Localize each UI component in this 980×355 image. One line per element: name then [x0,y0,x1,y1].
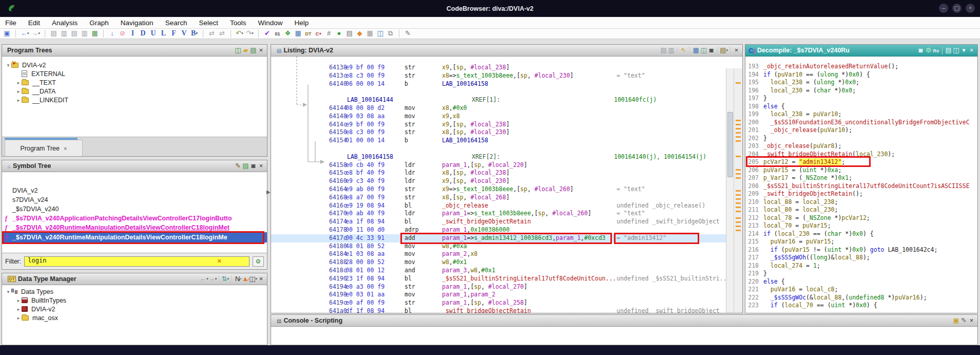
listing-row[interactable]: 6414006 00 00 14bLAB_100164158 [271,80,734,88]
search-result-marker[interactable] [736,120,741,121]
decompile-line[interactable]: 217 _$sSSSgWOh((long)&local_88); [745,254,977,262]
fields-icon[interactable]: ▦ [692,46,700,55]
search-result-marker[interactable] [736,207,741,208]
decompile-line[interactable]: 198else { [745,103,977,111]
listing-row[interactable]: 64158e0 cb 40 f9ldrparam_1,[sp, #local_2… [271,161,734,170]
letter-i-icon[interactable]: I [129,29,137,38]
listing-row[interactable]: 64198e0 03 01 aamovparam_1,param_2 [271,291,734,299]
diamond-icon[interactable]: ◆ [356,29,363,38]
program-tree-item-dvia-v2[interactable]: ▾DVIA-v2 [2,61,267,69]
split-window-icon[interactable]: ◫ [376,29,384,38]
console-content[interactable] [271,327,977,345]
grid-icon[interactable]: ▦ [366,29,374,38]
panel-icon[interactable]: ◫▾ [249,275,257,284]
decompile-line[interactable]: 199 local_238 = puVar10; [745,110,977,119]
decompile-line[interactable]: 201 _objc_release(puVar10); [745,126,977,135]
decompile-line[interactable]: 221 puVar16 = local_c8; [745,286,977,294]
paste-special-icon[interactable]: ▥ [60,29,68,38]
chevron-icon[interactable]: ▸ [15,98,22,103]
forward-icon[interactable]: →▾ [32,29,41,38]
search-result-marker[interactable] [736,132,741,134]
search-result-marker[interactable] [736,173,741,175]
clear-icon[interactable]: ⊘ [119,29,126,38]
decompile-line[interactable]: 195 local_238 = (ulong *)0x0; [745,79,977,87]
program-tree-item-__linkedit[interactable]: ▸__LINKEDIT [2,96,267,104]
search-result-marker[interactable] [736,136,741,138]
decompile-header[interactable]: Cf Decompile: _$s7DVIA_v240Ru ◙⚙Ro▤◫▾× [745,45,977,57]
decompile-line[interactable]: 194if (puVar10 == (ulong *)0x0) { [745,71,977,79]
menu-help[interactable]: Help [294,19,309,27]
decompile-line[interactable]: 203_objc_release(puVar8); [745,142,977,151]
decompile-line[interactable]: 197} [745,95,977,103]
search-result-marker[interactable] [736,124,741,125]
back-icon[interactable]: ←▾ [21,29,29,38]
snapshot-icon[interactable]: ◙ [707,46,715,55]
listing-row[interactable]: LAB_100164144XREF[1]:1001640fc(j) [271,96,734,104]
menu-analysis[interactable]: Analysis [52,19,78,27]
decompile-line[interactable]: 216 if (puVar15 != (uint *)0x0) goto LAB… [745,246,977,254]
lock-icon[interactable]: ▣ [952,316,960,325]
listing-scrollbar[interactable] [726,68,734,313]
close-icon[interactable]: × [257,162,265,171]
menu-search[interactable]: Search [165,19,187,27]
chevron-icon[interactable]: ▸ [15,307,22,312]
listing-row[interactable]: 64138e9 bf 00 f9strx9,[sp, #local_238] [271,64,734,72]
decompile-line[interactable]: 206puVar15 = (uint *)0xa; [745,166,977,175]
link-icon[interactable]: ⧉ [387,29,394,38]
splitter-collapse-icon[interactable]: ▶ [266,189,271,195]
decompile-line[interactable]: 219} [745,270,977,278]
letter-v-icon[interactable]: V [180,29,188,38]
decompile-line[interactable]: 214if (local_230 == (char *)0x0) { [745,230,977,238]
letter-f-icon[interactable]: F [170,29,178,38]
search-result-marker[interactable] [736,128,741,129]
close-icon[interactable]: × [968,46,975,55]
search-result-marker[interactable] [736,226,741,227]
decompile-line[interactable]: 213local_70 = puVar15; [745,222,977,230]
edit-icon[interactable]: ✎ [960,316,968,325]
menu-navigation[interactable]: Navigation [121,19,153,27]
new-tree-icon[interactable]: ◫ [234,46,242,55]
search-result-marker[interactable] [736,177,741,179]
search-result-marker[interactable] [736,169,741,171]
gear-icon[interactable]: ⚙ [925,46,932,55]
ro-badge[interactable]: Ro [932,46,940,55]
page-icon[interactable]: ▤ [945,46,952,55]
close-icon[interactable]: × [257,46,265,55]
copy-special-icon[interactable]: ▤ [50,29,57,38]
symbol-tree-item[interactable]: f_$s7DVIA_v240ApplicationPatchingDetails… [2,214,267,223]
listing-row[interactable]: LAB_100164158XREF[2]:100164140(j), 10016… [271,153,734,161]
minimize-button[interactable]: – [939,4,948,13]
listing-row[interactable]: 6413ce8 c3 00 f9strx8=>s_text_1003b8eee,… [271,72,734,80]
listing-row[interactable]: 64184e1 03 08 aamovparam_2,x8 [271,250,734,258]
listing-content[interactable]: 64138e9 bf 00 f9strx9,[sp, #local_238]64… [271,57,742,313]
program-tree-item-__data[interactable]: ▸__DATA [2,87,267,96]
cplus-icon[interactable]: C+ [315,29,322,38]
search-result-marker[interactable] [736,190,741,192]
memory-icon[interactable]: ✎ [404,29,412,38]
chevron-icon[interactable]: ▸ [15,298,22,303]
chevron-icon[interactable]: ▸ [15,315,22,321]
decompile-line[interactable]: 220else { [745,278,977,286]
listing-scrollbar-thumb[interactable] [727,112,733,177]
close-icon[interactable]: × [257,275,265,284]
swap2-icon[interactable]: ⇄ [218,29,226,38]
script-icon[interactable]: ❖ [284,29,292,38]
letter-l-icon[interactable]: L [160,29,167,38]
symbol-tree-header[interactable]: ⌂ Symbol Tree ✎▤◙× [2,160,267,172]
decompile-content[interactable]: 193_objc_retainAutoreleasedReturnValue()… [745,57,977,313]
camera-icon[interactable]: ◙ [917,46,925,55]
back-icon[interactable]: ←▾ [200,275,208,284]
program-tree-item-__text[interactable]: ▸__TEXT [2,78,267,87]
forward-icon[interactable]: →▾ [208,275,217,284]
search-result-marker[interactable] [736,221,741,223]
structure-icon[interactable]: # [325,29,333,38]
menu-graph[interactable]: Graph [89,19,109,27]
table-icon[interactable]: ▦ [294,29,302,38]
decompile-line[interactable]: 200 _$sSS10FoundationE36_unconditionally… [745,119,977,127]
listing-row[interactable]: 6418828 00 80 52movw8,#0x1 [271,258,734,267]
search-result-marker[interactable] [736,230,741,231]
listing-row[interactable]: 6415401 00 00 14bLAB_100164158 [271,137,734,145]
binary-icon[interactable]: 01 [274,29,281,38]
tab-close-icon[interactable]: × [64,145,67,152]
data-type-manager-header[interactable]: DT Data Type Manager ←▾→▾⇅▾N̷▲̷◫▾× [2,273,267,285]
